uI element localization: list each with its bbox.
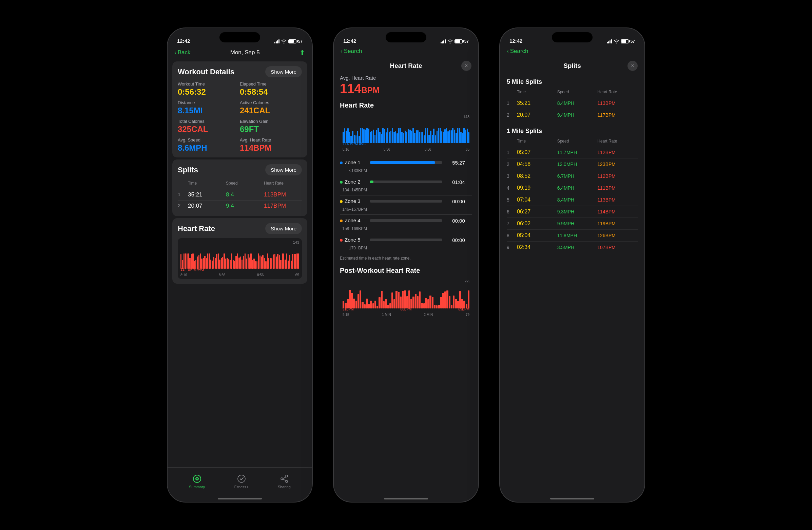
hr-show-more-button[interactable]: Show More	[265, 223, 302, 234]
one-time-2: 04:58	[517, 161, 557, 167]
five-split-time-1: 35:21	[517, 100, 557, 106]
one-num-7: 7	[507, 221, 517, 226]
estimated-note: Estimated time in each heart rate zone.	[340, 256, 472, 261]
metric-label-avg-speed: Avg. Speed	[178, 138, 240, 143]
workout-details-card: Workout Details Show More Workout Time 0…	[172, 61, 307, 157]
metric-value-total-cal: 325CAL	[178, 125, 240, 134]
splits-show-more-button[interactable]: Show More	[265, 164, 302, 175]
phone2-scroll[interactable]: Avg. Heart Rate 114BPM Heart Rate 143 11…	[334, 75, 478, 495]
tab-summary[interactable]: Summary	[189, 474, 205, 489]
splits-col-num	[178, 181, 188, 186]
nav-title-1: Mon, Sep 5	[230, 49, 260, 56]
one-hr-6: 114BPM	[597, 209, 638, 214]
zone-4-range: 158–169BPM	[340, 226, 367, 231]
one-hr-4: 111BPM	[597, 185, 638, 191]
signal-bar-3-2	[608, 41, 609, 43]
phone3-scroll[interactable]: 5 Mile Splits Time Speed Heart Rate 1 35…	[500, 75, 644, 495]
post-time-2: 1 MIN	[382, 313, 391, 317]
phone-2: 12:42 57	[333, 28, 479, 502]
battery-percent-2: 57	[464, 39, 469, 44]
zone-4-bar-container	[370, 219, 442, 222]
back-button-1[interactable]: ‹ Back	[174, 49, 190, 56]
summary-svg-icon	[192, 474, 202, 484]
signal-bar-3-4	[611, 39, 612, 43]
metric-value-active-cal: 241CAL	[240, 106, 302, 115]
back-button-2[interactable]: ‹ Search	[340, 48, 362, 55]
zone-2-name: Zone 2	[340, 179, 361, 185]
share-icon-1[interactable]: ⬆	[300, 48, 305, 57]
back-button-3[interactable]: ‹ Search	[507, 48, 528, 55]
avg-hr-label: Avg. Heart Rate	[340, 75, 472, 81]
one-hr-5: 113BPM	[597, 197, 638, 203]
one-speed-3: 6.7MPH	[557, 173, 598, 179]
metric-active-calories: Active Calories 241CAL	[240, 100, 302, 115]
zone-row-2: Zone 2 01:04 134–145BPM	[340, 176, 472, 196]
phone2-close-button[interactable]: ×	[461, 61, 472, 71]
post-workout-chart: 99 9:15 1 MIN 2 MIN 79 91BPM 88BPM 89BPM	[340, 278, 472, 319]
one-num-9: 9	[507, 245, 517, 250]
phone1-scroll[interactable]: Workout Details Show More Workout Time 0…	[168, 59, 312, 467]
phone3-close-button[interactable]: ×	[627, 61, 638, 71]
wifi-icon-2	[447, 39, 453, 43]
metric-label-total-cal: Total Calories	[178, 119, 240, 124]
split-hr-1: 113BPM	[264, 191, 302, 198]
workout-metrics-grid: Workout Time 0:56:32 Elapsed Time 0:58:5…	[178, 82, 302, 153]
splits-col-hr: Heart Rate	[264, 181, 302, 186]
one-mile-title: 1 Mile Splits	[507, 128, 638, 135]
splits-card: Splits Show More Time Speed Heart Rate 1…	[172, 159, 307, 216]
metric-value-avg-hr: 114BPM	[240, 143, 302, 153]
metric-value-workout-time: 0:56:32	[178, 87, 240, 97]
splits-col-speed: Speed	[226, 181, 264, 186]
post-chart-min: 79	[466, 313, 469, 317]
five-split-row-2: 2 20:07 9.4MPH 117BPM	[507, 109, 638, 121]
tab-bar-1: Summary Fitness+ Sharing	[168, 467, 312, 495]
zones-section: Zone 1 55:27 <133BPM Zone 2	[340, 157, 472, 253]
one-hr-1: 112BPM	[597, 149, 638, 155]
zone-1-bar	[370, 161, 435, 164]
one-time-1: 05:07	[517, 149, 557, 155]
signal-bars-3	[607, 39, 612, 43]
one-split-row-9: 9 02:34 3.5MPH 107BPM	[507, 242, 638, 253]
zone-3-time: 00:00	[445, 199, 472, 204]
one-speed-2: 12.0MPH	[557, 161, 598, 167]
one-split-row-2: 2 04:58 12.0MPH 123BPM	[507, 158, 638, 170]
status-time-1: 12:42	[177, 38, 190, 44]
one-split-row-6: 6 06:27 9.3MPH 114BPM	[507, 206, 638, 218]
metric-label-elevation: Elevation Gain	[240, 119, 302, 124]
one-speed-6: 9.3MPH	[557, 209, 598, 214]
hr-chart-min-1: 65	[295, 273, 299, 277]
hr-chart-bottom-2: 8:16 8:36 8:56 65	[343, 147, 469, 151]
dynamic-island-2	[386, 32, 426, 42]
zone-row-4: Zone 4 00:00 158–169BPM	[340, 215, 472, 234]
avg-hr-section: Avg. Heart Rate 114BPM	[340, 75, 472, 96]
one-split-row-4: 4 09:19 6.4MPH 111BPM	[507, 182, 638, 194]
chevron-left-icon-3: ‹	[507, 48, 509, 55]
zone-2-bar-container	[370, 181, 442, 183]
split-hr-2: 117BPM	[264, 203, 302, 209]
zone-4-time: 00:00	[445, 218, 472, 224]
hr-section-label-2: Heart Rate	[340, 101, 472, 109]
hr-title: Heart Rate	[178, 224, 215, 233]
tab-sharing[interactable]: Sharing	[278, 474, 291, 489]
one-col-hr: Heart Rate	[597, 139, 638, 144]
svg-point-2	[197, 478, 198, 479]
metric-label-workout-time: Workout Time	[178, 82, 240, 87]
chevron-left-icon-1: ‹	[174, 49, 176, 56]
metric-label-active-cal: Active Calories	[240, 100, 302, 105]
hr-header: Heart Rate Show More	[178, 223, 302, 234]
one-num-5: 5	[507, 197, 517, 203]
hr2-chart-min: 65	[466, 147, 469, 151]
workout-show-more-button[interactable]: Show More	[265, 66, 302, 77]
zone-2-time: 01:04	[445, 179, 472, 185]
hr-chart-max-2: 143	[463, 115, 469, 119]
hr-chart-avg-1: 114 BPM AVG	[180, 267, 204, 271]
zone-5-bar-container	[370, 239, 442, 241]
svg-point-3	[238, 475, 245, 483]
split-row-2: 2 20:07 9.4 117BPM	[178, 201, 302, 211]
zone-row-5: Zone 5 00:00 170+BPM	[340, 234, 472, 253]
one-col-num	[507, 139, 517, 144]
home-indicator-2	[334, 495, 478, 502]
battery-fill-2	[455, 40, 460, 43]
zone-3-range: 146–157BPM	[340, 207, 367, 212]
tab-fitness-plus[interactable]: Fitness+	[234, 474, 249, 489]
